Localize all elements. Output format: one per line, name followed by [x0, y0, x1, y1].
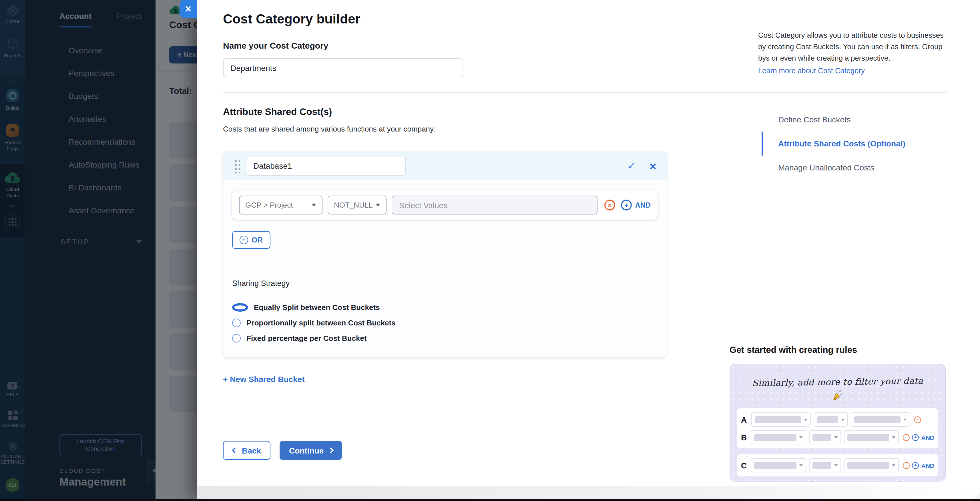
filter-operator-select[interactable]: NOT_NULL — [328, 196, 387, 215]
get-started-heading: Get started with creating rules — [730, 345, 947, 355]
shared-costs-subheading: Costs that are shared among various func… — [223, 125, 667, 133]
card-divider — [232, 264, 657, 264]
placeholder-select — [809, 458, 841, 472]
and-condition-button[interactable]: AND — [635, 201, 651, 209]
illustration-rule-row: B − + AND — [741, 428, 934, 446]
shared-costs-section: Attribute Shared Cost(s) Costs that are … — [223, 107, 667, 499]
placeholder-select — [844, 430, 899, 444]
chevron-down-icon — [375, 204, 380, 207]
placeholder-select — [751, 458, 806, 472]
filter-field-value: GCP > Project — [245, 201, 293, 209]
modal-title: Cost Category builder — [223, 11, 463, 27]
modal-header-row: Cost Category builder Name your Cost Cat… — [223, 11, 947, 77]
confirm-bucket-icon[interactable]: ✓ — [627, 161, 636, 171]
drag-handle-icon[interactable] — [233, 158, 240, 173]
screen-bottom-edge — [0, 499, 980, 501]
modal-backdrop[interactable] — [0, 0, 197, 501]
plus-circle-icon: + — [240, 235, 248, 244]
illustration-rules-card: A − B — [737, 408, 938, 449]
illustration-note: Similarly, add more to filter your data — [730, 375, 945, 389]
close-button[interactable]: × — [180, 0, 197, 18]
step-attribute-shared-costs[interactable]: Attribute Shared Costs (Optional) — [762, 132, 947, 156]
placeholder-select — [751, 430, 806, 444]
illustration-rule-row: A − — [741, 410, 934, 428]
placeholder-select — [844, 458, 899, 472]
chevron-right-icon — [328, 447, 334, 453]
placeholder-select — [751, 412, 811, 427]
illustration-rules-card: C − + AND — [737, 454, 938, 476]
learn-more-link[interactable]: Learn more about Cost Category — [758, 65, 865, 76]
back-button[interactable]: Back — [223, 441, 271, 460]
add-or-rule-button[interactable]: + OR — [232, 231, 270, 249]
remove-rule-icon: − — [903, 462, 910, 469]
add-condition-icon: + — [912, 434, 919, 441]
sharing-strategy-label: Sharing Strategy — [232, 279, 657, 288]
delete-bucket-icon[interactable]: × — [649, 160, 656, 172]
name-label: Name your Cost Category — [223, 41, 463, 50]
modal-right-rail: Define Cost Buckets Attribute Shared Cos… — [730, 107, 947, 499]
placeholder-select — [851, 412, 910, 427]
remove-rule-icon: − — [903, 434, 910, 441]
illustration-rule-row: C − + AND — [741, 456, 934, 474]
new-shared-bucket-link[interactable]: + New Shared Bucket — [223, 375, 305, 384]
wizard-footer: Back Continue — [223, 441, 667, 460]
filter-rule-row: GCP > Project NOT_NULL × + AND — [232, 191, 657, 219]
about-text: Cost Category allows you to attribute co… — [758, 31, 944, 62]
app-root: Home Projects Builds ⚑ Feature Flags — [0, 0, 980, 501]
radio-icon — [232, 318, 241, 327]
or-label: OR — [251, 235, 263, 244]
remove-rule-icon[interactable]: × — [605, 200, 615, 210]
modal-body: Attribute Shared Cost(s) Costs that are … — [223, 93, 947, 499]
get-started-block: Get started with creating rules Similarl… — [730, 345, 947, 499]
wizard-steps: Define Cost Buckets Attribute Shared Cos… — [762, 108, 947, 180]
remove-rule-icon: − — [914, 416, 921, 423]
sharing-strategy-options: Equally Split between Cost Buckets Propo… — [232, 296, 657, 343]
placeholder-select — [809, 430, 841, 444]
bucket-name-input[interactable] — [246, 156, 406, 175]
placeholder-select — [814, 412, 848, 427]
party-popper-emoji — [831, 389, 844, 401]
radio-equally-split[interactable]: Equally Split between Cost Buckets — [232, 303, 657, 312]
continue-button[interactable]: Continue — [280, 441, 342, 460]
chevron-left-icon — [232, 447, 237, 453]
rules-illustration-panel: Similarly, add more to filter your data — [730, 364, 946, 482]
filter-values-input[interactable] — [391, 196, 598, 215]
add-condition-icon: + — [912, 462, 919, 469]
radio-selected-icon — [232, 303, 248, 312]
bucket-card-header: ✓ × — [223, 151, 667, 180]
bucket-card-body: GCP > Project NOT_NULL × + AND — [223, 180, 667, 358]
name-section: Cost Category builder Name your Cost Cat… — [223, 11, 463, 77]
radio-proportionally-split[interactable]: Proportionally split between Cost Bucket… — [232, 318, 657, 327]
step-manage-unallocated-costs[interactable]: Manage Unallocated Costs — [762, 156, 947, 180]
filter-field-select[interactable]: GCP > Project — [239, 196, 323, 215]
about-cost-category: Cost Category allows you to attribute co… — [758, 30, 947, 77]
step-define-cost-buckets[interactable]: Define Cost Buckets — [762, 108, 947, 132]
chevron-down-icon — [312, 204, 316, 207]
cost-category-name-input[interactable] — [223, 58, 463, 77]
radio-icon — [232, 334, 241, 343]
cost-category-builder-modal: × Cost Category builder Name your Cost C… — [197, 0, 980, 499]
radio-fixed-percentage[interactable]: Fixed percentage per Cost Bucket — [232, 334, 657, 343]
shared-bucket-card: ✓ × GCP > Project NOT_NULL — [223, 151, 667, 358]
filter-operator-value: NOT_NULL — [334, 201, 373, 209]
shared-costs-heading: Attribute Shared Cost(s) — [223, 107, 667, 117]
add-condition-icon[interactable]: + — [621, 200, 632, 210]
